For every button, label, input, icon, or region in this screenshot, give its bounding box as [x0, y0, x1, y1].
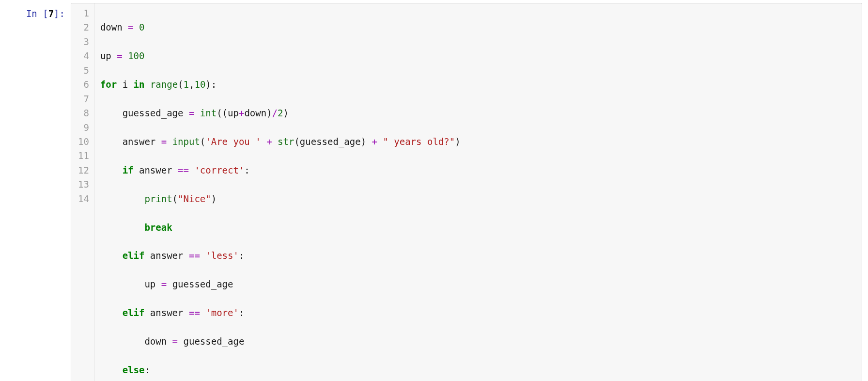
- code-line: down = guessed_age: [100, 334, 856, 349]
- notebook-cell: In [7]: 1 2 3 4 5 6 7 8 9 10 11 12 13 14…: [0, 0, 868, 381]
- code-line: up = 100: [100, 49, 856, 63]
- line-number: 13: [78, 177, 89, 191]
- line-number: 2: [78, 20, 89, 34]
- prompt-prefix: In: [26, 8, 43, 19]
- line-number: 3: [78, 35, 89, 49]
- line-number: 8: [78, 106, 89, 120]
- prompt-number: 7: [48, 8, 54, 19]
- code-line: if answer == 'correct':: [100, 163, 856, 177]
- code-line: down = 0: [100, 20, 856, 34]
- code-line: for i in range(1,10):: [100, 78, 856, 92]
- cell-content: 1 2 3 4 5 6 7 8 9 10 11 12 13 14 down = …: [71, 3, 866, 381]
- line-number: 14: [78, 192, 89, 206]
- code-line: else:: [100, 363, 856, 377]
- code-line: elif answer == 'more':: [100, 306, 856, 320]
- line-number-gutter: 1 2 3 4 5 6 7 8 9 10 11 12 13 14: [71, 3, 94, 381]
- line-number: 10: [78, 135, 89, 149]
- code-line: print("Nice"): [100, 192, 856, 206]
- prompt-close: ]:: [54, 8, 65, 19]
- line-number: 12: [78, 163, 89, 177]
- line-number: 1: [78, 6, 89, 20]
- line-number: 5: [78, 64, 89, 78]
- code-line: elif answer == 'less':: [100, 249, 856, 263]
- line-number: 7: [78, 92, 89, 106]
- code-line: guessed_age = int((up+down)/2): [100, 106, 856, 120]
- code-input-box[interactable]: 1 2 3 4 5 6 7 8 9 10 11 12 13 14 down = …: [71, 3, 862, 381]
- prompt-open: [: [43, 8, 48, 19]
- code-line: up = guessed_age: [100, 277, 856, 291]
- line-number: 6: [78, 78, 89, 92]
- line-number: 4: [78, 49, 89, 63]
- input-prompt: In [7]:: [2, 3, 71, 21]
- code-line: break: [100, 221, 856, 235]
- code-line: answer = input('Are you ' + str(guessed_…: [100, 135, 856, 149]
- line-number: 9: [78, 121, 89, 135]
- code-editor[interactable]: down = 0 up = 100 for i in range(1,10): …: [94, 3, 862, 381]
- line-number: 11: [78, 149, 89, 163]
